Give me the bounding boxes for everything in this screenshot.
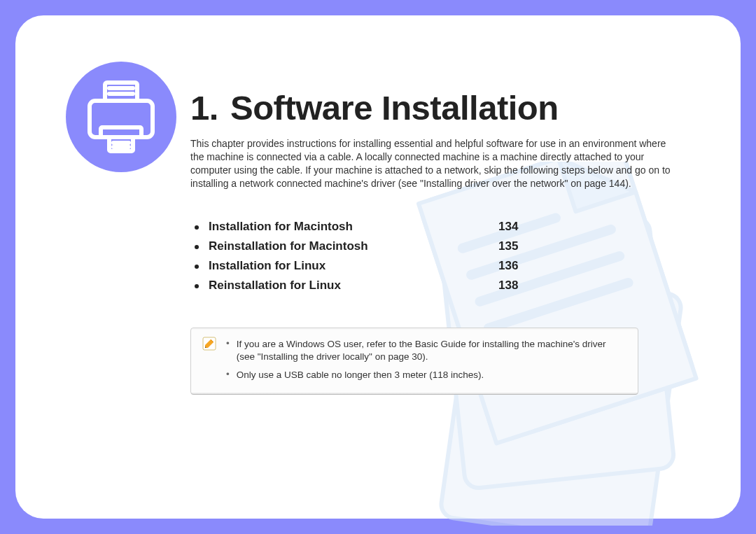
chapter-toc: Installation for Macintosh 134 Reinstall… <box>195 217 680 295</box>
bullet-icon <box>195 245 199 249</box>
page-card: 1. Software Installation This chapter pr… <box>15 15 741 519</box>
toc-item: Installation for Macintosh 134 <box>195 217 680 237</box>
note-text: If you are a Windows OS user, refer to t… <box>237 338 626 363</box>
note-box: • If you are a Windows OS user, refer to… <box>190 328 638 395</box>
toc-label: Reinstallation for Macintosh <box>209 239 368 253</box>
bullet-icon <box>195 225 199 230</box>
content-column: 1. Software Installation This chapter pr… <box>190 88 680 395</box>
bullet-icon <box>195 265 199 269</box>
note-pencil-icon <box>202 337 216 385</box>
chapter-heading: 1. Software Installation <box>190 88 680 127</box>
chapter-intro-paragraph: This chapter provides instructions for i… <box>190 137 680 190</box>
bullet-icon: • <box>226 338 230 363</box>
chapter-title: Software Installation <box>230 89 559 127</box>
chapter-number: 1. <box>190 89 218 127</box>
toc-page-number: 138 <box>498 279 680 293</box>
bullet-icon: • <box>226 369 230 381</box>
toc-label: Reinstallation for Linux <box>209 279 341 293</box>
note-item: • If you are a Windows OS user, refer to… <box>226 335 626 366</box>
note-item: • Only use a USB cable no longer then 3 … <box>226 366 626 384</box>
printer-icon <box>66 62 176 172</box>
toc-label: Installation for Linux <box>209 259 326 273</box>
toc-page-number: 136 <box>498 259 680 273</box>
toc-page-number: 135 <box>498 239 680 253</box>
toc-item: Installation for Linux 136 <box>195 256 680 276</box>
note-list: • If you are a Windows OS user, refer to… <box>226 335 626 385</box>
toc-item: Reinstallation for Macintosh 135 <box>195 237 680 256</box>
toc-page-number: 134 <box>498 220 680 234</box>
toc-label: Installation for Macintosh <box>209 220 353 234</box>
toc-item: Reinstallation for Linux 138 <box>195 276 680 295</box>
note-text: Only use a USB cable no longer then 3 me… <box>237 369 484 381</box>
bullet-icon <box>195 284 199 288</box>
